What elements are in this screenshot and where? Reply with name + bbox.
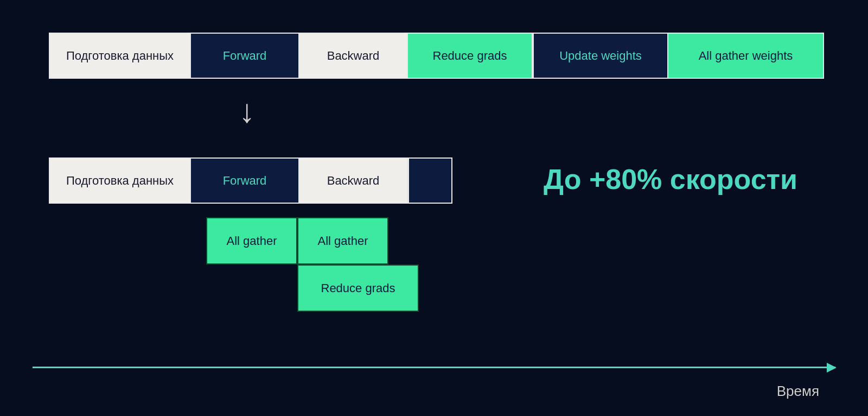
all-gather-row: All gather All gather bbox=[206, 217, 419, 264]
reduce-grads-row: Reduce grads bbox=[297, 264, 419, 312]
cell-update-weights: Update weights bbox=[533, 34, 668, 78]
speed-label: До +80% скорости bbox=[544, 163, 797, 196]
main-diagram: Подготовка данных Forward Backward Reduc… bbox=[0, 0, 868, 416]
all-gather-box-1: All gather bbox=[206, 217, 297, 264]
cell-backward: Backward bbox=[299, 34, 408, 78]
cell-data-prep-2: Подготовка данных bbox=[50, 159, 191, 203]
cell-forward: Forward bbox=[191, 34, 299, 78]
bottom-timeline-row: Подготовка данных Forward Backward bbox=[49, 157, 452, 204]
reduce-grads-box: Reduce grads bbox=[297, 264, 419, 312]
top-timeline-row: Подготовка данных Forward Backward Reduc… bbox=[49, 33, 824, 79]
cell-forward-2: Forward bbox=[191, 159, 299, 203]
time-label: Время bbox=[777, 383, 819, 400]
cell-data-prep: Подготовка данных bbox=[50, 34, 191, 78]
cell-dark-placeholder bbox=[408, 159, 451, 203]
all-gather-box-2: All gather bbox=[297, 217, 388, 264]
bottom-row-inner: Подготовка данных Forward Backward bbox=[49, 157, 452, 204]
cell-reduce-grads: Reduce grads bbox=[408, 34, 533, 78]
stagger-area: All gather All gather Reduce grads bbox=[206, 217, 419, 312]
cell-all-gather-weights: All gather weights bbox=[668, 34, 823, 78]
cell-backward-2: Backward bbox=[299, 159, 408, 203]
down-arrow-icon: ↓ bbox=[239, 95, 255, 128]
timeline-arrow bbox=[33, 367, 835, 368]
